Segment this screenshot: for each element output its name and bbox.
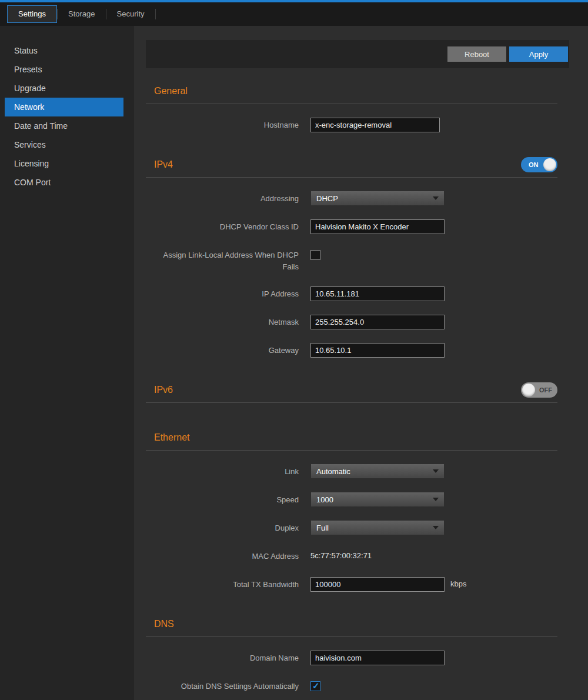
- obtain-dns-checkbox[interactable]: [310, 681, 320, 691]
- sidebar-item-label: Services: [14, 140, 46, 149]
- link-dropdown[interactable]: Automatic: [310, 464, 445, 479]
- hostname-input[interactable]: [310, 118, 440, 132]
- sidebar-item-label: Date and Time: [14, 121, 68, 131]
- tab-security[interactable]: Security: [106, 5, 155, 23]
- addressing-selected-value: DHCP: [316, 194, 338, 203]
- ethernet-section-title: Ethernet: [154, 432, 189, 443]
- duplex-dropdown[interactable]: Full: [310, 520, 445, 535]
- sidebar-item-upgrade[interactable]: Upgrade: [5, 79, 123, 98]
- dhcp-vendor-class-label: DHCP Vendor Class ID: [146, 219, 310, 233]
- section-divider: [146, 636, 557, 637]
- section-divider: [146, 104, 557, 104]
- chevron-down-icon: [433, 498, 439, 501]
- sidebar-item-label: Presets: [14, 65, 42, 74]
- network-settings-page: Reboot Apply General Hostname: [134, 26, 588, 700]
- sidebar-item-label: Status: [14, 46, 38, 55]
- ethernet-section-head: Ethernet: [146, 429, 557, 446]
- speed-label: Speed: [146, 492, 310, 506]
- speed-selected-value: 1000: [316, 495, 333, 504]
- chevron-down-icon: [433, 526, 439, 529]
- hostname-row: Hostname: [146, 117, 557, 132]
- chevron-down-icon: [433, 196, 439, 200]
- section-divider: [146, 177, 557, 178]
- tab-storage-label: Storage: [68, 9, 95, 18]
- ethernet-section: Ethernet Link Automatic Speed: [146, 429, 557, 592]
- general-section-head: General: [146, 82, 557, 100]
- sidebar-item-label: COM Port: [14, 178, 51, 187]
- top-navigation: Settings Storage Security: [0, 2, 588, 26]
- netmask-row: Netmask: [146, 314, 557, 329]
- dns-section: DNS Domain Name Obtain DNS Settings Auto…: [146, 615, 557, 694]
- general-section-title: General: [154, 86, 188, 96]
- gateway-input[interactable]: [310, 343, 445, 358]
- gateway-row: Gateway: [146, 342, 557, 358]
- hostname-label: Hostname: [146, 117, 310, 131]
- obtain-dns-label: Obtain DNS Settings Automatically: [146, 678, 310, 692]
- sidebar-item-services[interactable]: Services: [5, 135, 123, 154]
- domain-name-label: Domain Name: [146, 650, 310, 664]
- dhcp-vendor-class-input[interactable]: [310, 219, 445, 234]
- page-layout: Status Presets Upgrade Network Date and …: [0, 26, 588, 700]
- link-local-checkbox[interactable]: [310, 250, 320, 260]
- sidebar-item-network[interactable]: Network: [5, 98, 123, 116]
- tab-settings-label: Settings: [18, 9, 46, 18]
- ipv6-toggle-state-label: OFF: [539, 382, 552, 398]
- link-local-row: Assign Link-Local Address When DHCP Fail…: [146, 247, 557, 273]
- mac-address-label: MAC Address: [146, 548, 310, 562]
- addressing-row: Addressing DHCP: [146, 191, 557, 206]
- link-local-label: Assign Link-Local Address When DHCP Fail…: [146, 247, 310, 273]
- ip-address-input[interactable]: [310, 286, 445, 301]
- reboot-button[interactable]: Reboot: [447, 46, 506, 62]
- ipv4-section-head: IPv4 ON: [146, 156, 557, 174]
- ipv4-section-title: IPv4: [154, 159, 173, 170]
- tx-bandwidth-unit: kbps: [450, 576, 466, 592]
- apply-button[interactable]: Apply: [509, 46, 568, 62]
- speed-row: Speed 1000: [146, 492, 557, 507]
- ipv6-section-head: IPv6 OFF: [146, 381, 557, 399]
- tx-bandwidth-row: Total TX Bandwidth kbps: [146, 576, 557, 592]
- ipv6-section: IPv6 OFF: [146, 381, 557, 403]
- domain-name-input[interactable]: [310, 651, 445, 665]
- section-divider: [146, 450, 557, 451]
- tx-bandwidth-label: Total TX Bandwidth: [146, 576, 310, 591]
- ipv6-section-title: IPv6: [154, 385, 173, 395]
- link-label: Link: [146, 464, 310, 478]
- duplex-selected-value: Full: [316, 524, 329, 532]
- netmask-input[interactable]: [310, 315, 445, 329]
- settings-sidebar: Status Presets Upgrade Network Date and …: [0, 26, 134, 700]
- domain-name-row: Domain Name: [146, 650, 557, 665]
- mac-address-value: 5c:77:57:00:32:71: [310, 548, 372, 564]
- toggle-knob: [522, 384, 535, 396]
- speed-dropdown[interactable]: 1000: [310, 492, 445, 507]
- tab-settings[interactable]: Settings: [7, 5, 57, 23]
- link-row: Link Automatic: [146, 464, 557, 479]
- sidebar-item-label: Network: [14, 102, 44, 112]
- ip-address-row: IP Address: [146, 286, 557, 301]
- dns-section-title: DNS: [154, 619, 174, 629]
- link-selected-value: Automatic: [316, 467, 350, 476]
- sidebar-item-status[interactable]: Status: [5, 41, 123, 60]
- addressing-dropdown[interactable]: DHCP: [310, 191, 445, 206]
- sidebar-item-label: Licensing: [14, 159, 49, 168]
- chevron-down-icon: [433, 469, 439, 473]
- sidebar-item-licensing[interactable]: Licensing: [5, 154, 123, 173]
- ip-address-label: IP Address: [146, 286, 310, 300]
- ipv4-toggle-state-label: ON: [529, 157, 539, 172]
- sidebar-item-presets[interactable]: Presets: [5, 60, 123, 79]
- netmask-label: Netmask: [146, 314, 310, 328]
- mac-address-row: MAC Address 5c:77:57:00:32:71: [146, 548, 557, 564]
- tx-bandwidth-input[interactable]: [310, 577, 445, 592]
- sidebar-item-label: Upgrade: [14, 84, 46, 93]
- duplex-label: Duplex: [146, 520, 310, 534]
- tab-storage[interactable]: Storage: [58, 5, 106, 23]
- action-toolbar: Reboot Apply: [146, 40, 569, 68]
- gateway-label: Gateway: [146, 342, 310, 356]
- dns-section-head: DNS: [146, 615, 557, 633]
- ipv6-toggle[interactable]: OFF: [521, 382, 557, 398]
- sidebar-item-com-port[interactable]: COM Port: [5, 173, 123, 192]
- ipv4-toggle[interactable]: ON: [521, 157, 557, 172]
- ipv4-section: IPv4 ON Addressing DHCP: [146, 156, 557, 358]
- toggle-knob: [543, 158, 556, 171]
- sidebar-item-date-and-time[interactable]: Date and Time: [5, 116, 123, 135]
- section-divider: [146, 402, 557, 403]
